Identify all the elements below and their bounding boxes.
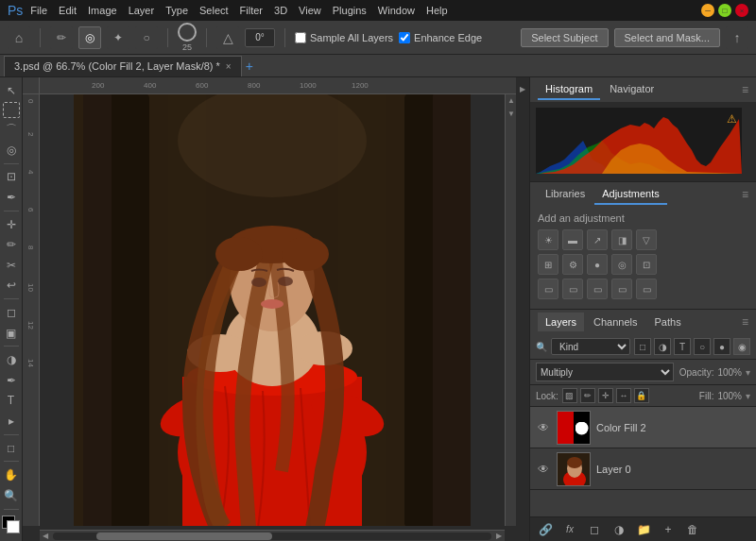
layers-panel-menu[interactable]: ≡: [742, 315, 748, 329]
channelmixer-adjustment[interactable]: ⊡: [636, 254, 657, 275]
vertical-scrollbar[interactable]: ▲ ▼: [505, 94, 516, 526]
menu-plugins[interactable]: Plugins: [333, 5, 367, 16]
scroll-right-arrow[interactable]: ▶: [493, 531, 505, 542]
dodge-tool[interactable]: ◑: [2, 350, 21, 369]
canvas-image[interactable]: [74, 94, 471, 526]
lock-transparent-btn[interactable]: ▨: [562, 388, 577, 403]
healing-tool[interactable]: ✛: [2, 215, 21, 234]
new-fill-adj-btn[interactable]: ◑: [610, 520, 628, 539]
lock-all-btn[interactable]: 🔒: [634, 388, 649, 403]
adjustments-tab[interactable]: Adjustments: [594, 184, 667, 205]
lasso-button[interactable]: ○: [135, 26, 158, 49]
pen-tool[interactable]: ✒: [2, 371, 21, 390]
quick-select-tool[interactable]: ◎: [2, 141, 21, 160]
angle-picker[interactable]: △: [216, 26, 239, 49]
lasso-tool[interactable]: ⌒: [2, 120, 21, 139]
link-layers-btn[interactable]: 🔗: [536, 520, 555, 539]
exposure-adjustment[interactable]: ◨: [611, 229, 632, 250]
brightness-adjustment[interactable]: ☀: [538, 229, 558, 250]
rectangle-select-tool[interactable]: [3, 102, 20, 119]
histogram-panel-menu[interactable]: ≡: [742, 83, 748, 96]
home-button[interactable]: ⌂: [8, 26, 30, 49]
add-mask-btn[interactable]: ◻: [585, 520, 604, 539]
channels-tab[interactable]: Channels: [586, 313, 644, 331]
menu-file[interactable]: File: [30, 5, 47, 16]
layer-vis-layer0[interactable]: 👁: [536, 462, 551, 477]
layer-item-colorfill2[interactable]: 👁 Color Fill 2: [530, 407, 756, 448]
crop-tool[interactable]: ⊡: [2, 168, 21, 187]
select-subject-button[interactable]: Select Subject: [521, 28, 608, 47]
zoom-tool[interactable]: 🔍: [2, 486, 21, 505]
fill-value[interactable]: 100%: [717, 391, 742, 401]
new-group-btn[interactable]: 📁: [634, 520, 653, 539]
move-tool[interactable]: ↖: [2, 81, 21, 100]
canvas-content[interactable]: [40, 94, 505, 526]
history-brush[interactable]: ↩: [2, 277, 21, 296]
layer-vis-colorfill2[interactable]: 👁: [536, 420, 551, 435]
navigator-tab[interactable]: Navigator: [602, 79, 662, 100]
menu-layer[interactable]: Layer: [129, 5, 155, 16]
scroll-h-track[interactable]: [53, 533, 491, 540]
selectivecolor-adjustment[interactable]: ▭: [636, 279, 657, 299]
colorbalance-adjustment[interactable]: ⚙: [562, 254, 583, 275]
share-button[interactable]: ↑: [726, 26, 748, 49]
enhance-edge-checkbox[interactable]: [399, 32, 410, 43]
filter-shape-btn[interactable]: ○: [694, 338, 711, 355]
scroll-h-thumb[interactable]: [96, 533, 272, 540]
menu-window[interactable]: Window: [378, 5, 415, 16]
hsl-adjustment[interactable]: ⊞: [538, 254, 558, 275]
gradientmap-adjustment[interactable]: ▭: [611, 279, 632, 299]
scroll-down-arrow[interactable]: ▼: [506, 108, 516, 119]
lock-move-btn[interactable]: ↔: [616, 388, 631, 403]
brush-tool-button[interactable]: ✏: [50, 26, 73, 49]
libraries-tab[interactable]: Libraries: [538, 184, 593, 205]
new-layer-btn[interactable]: +: [659, 520, 678, 539]
filter-type-btn[interactable]: T: [674, 338, 691, 355]
maximize-button[interactable]: □: [718, 4, 731, 17]
adjustments-panel-menu[interactable]: ≡: [742, 188, 748, 201]
scroll-left-arrow[interactable]: ◀: [40, 531, 51, 542]
layers-tab[interactable]: Layers: [538, 313, 584, 331]
delete-layer-btn[interactable]: 🗑: [683, 520, 702, 539]
document-tab[interactable]: 3.psd @ 66.7% (Color Fill 2, Layer Mask/…: [4, 56, 242, 76]
paths-tab[interactable]: Paths: [647, 313, 689, 331]
eraser-tool[interactable]: ◻: [2, 303, 21, 322]
eyedropper-tool[interactable]: ✒: [2, 188, 21, 207]
type-tool[interactable]: T: [2, 392, 21, 411]
horizontal-scrollbar[interactable]: ◀ ▶: [40, 530, 505, 541]
layer-item-layer0[interactable]: 👁 Layer 0: [530, 448, 756, 490]
filter-adj-btn[interactable]: ◑: [654, 338, 671, 355]
fill-dropdown[interactable]: ▾: [746, 391, 750, 401]
shape-tool[interactable]: □: [2, 439, 21, 458]
path-select-tool[interactable]: ▸: [2, 412, 21, 431]
photofilter-adjustment[interactable]: ◎: [611, 254, 632, 275]
menu-help[interactable]: Help: [426, 5, 448, 16]
levels-adjustment[interactable]: ▬: [562, 229, 583, 250]
select-and-mask-button[interactable]: Select and Mask...: [614, 28, 721, 47]
opacity-dropdown[interactable]: ▾: [746, 367, 750, 378]
threshold-adjustment[interactable]: ▭: [587, 279, 608, 299]
quick-select-button[interactable]: ◎: [78, 26, 101, 49]
layer-kind-select[interactable]: Kind: [551, 338, 630, 355]
clone-tool[interactable]: ✂: [2, 256, 21, 275]
filter-toggle-btn[interactable]: ◉: [733, 338, 750, 355]
vibrance-adjustment[interactable]: ▽: [636, 229, 657, 250]
minimize-button[interactable]: ─: [701, 4, 714, 17]
opacity-value[interactable]: 100%: [717, 367, 742, 378]
menu-view[interactable]: View: [299, 5, 321, 16]
collapse-icon[interactable]: ▶: [519, 85, 527, 93]
filter-smart-btn[interactable]: ●: [713, 338, 730, 355]
background-color[interactable]: [7, 520, 20, 533]
hand-tool[interactable]: ✋: [2, 465, 21, 484]
lock-paint-btn[interactable]: ✏: [580, 388, 595, 403]
brush-tool[interactable]: ✏: [2, 235, 21, 254]
add-fx-btn[interactable]: fx: [560, 520, 579, 539]
angle-input[interactable]: [245, 28, 275, 47]
menu-filter[interactable]: Filter: [240, 5, 263, 16]
menu-type[interactable]: Type: [165, 5, 188, 16]
menu-3d[interactable]: 3D: [274, 5, 287, 16]
filter-pixel-btn[interactable]: □: [634, 338, 651, 355]
invert-adjustment[interactable]: ▭: [538, 279, 558, 299]
scroll-up-arrow[interactable]: ▲: [506, 94, 516, 106]
blend-mode-select[interactable]: Multiply: [536, 363, 674, 381]
